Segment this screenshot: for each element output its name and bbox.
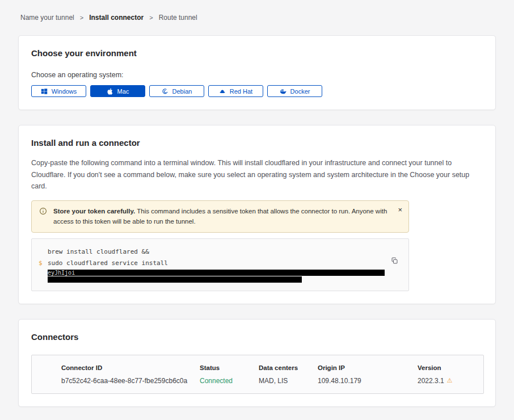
token-prefix: eyJhIjoi [48,270,75,276]
page: Name your tunnel > Install connector > R… [0,0,514,420]
breadcrumb-step-name-your-tunnel[interactable]: Name your tunnel [20,14,74,22]
cell-connector-id: b7c52c42-6caa-48ee-8c77-fbe259cb6c0a [61,377,200,385]
copy-icon[interactable] [391,257,398,264]
choose-environment-card: Choose your environment Choose an operat… [18,35,496,110]
environment-card-title: Choose your environment [31,48,483,58]
info-icon [39,207,47,215]
os-button-row: Windows Mac Debian Red Hat [31,85,483,97]
status-badge: Connected [200,377,259,385]
version-value: 2022.3.1 [418,377,444,385]
header-connector-id: Connector ID [61,364,200,371]
os-button-label: Red Hat [230,88,252,95]
os-button-label: Windows [52,88,77,95]
install-connector-card: Install and run a connector Copy-paste t… [18,125,496,304]
debian-icon [162,88,168,95]
shell-prompt: $ [39,258,43,269]
warning-bold-text: Store your token carefully. [53,208,135,215]
install-card-description: Copy-paste the following command into a … [31,157,483,192]
breadcrumb-separator: > [149,14,153,21]
version-warning-icon: ⚠ [447,377,453,384]
os-button-label: Debian [172,88,192,95]
install-command-codeblock: $ brew install cloudflared && sudo cloud… [31,238,409,291]
redacted-token-line-1: eyJhIjoi [48,270,385,276]
connectors-table: Connector ID Status Data centers Origin … [31,355,484,394]
os-button-label: Mac [117,88,129,95]
connectors-card: Connectors Connector ID Status Data cent… [18,319,496,407]
header-data-centers: Data centers [259,364,318,371]
os-button-redhat[interactable]: Red Hat [208,85,263,97]
cell-data-centers: MAD, LIS [259,377,318,385]
windows-icon [41,88,48,95]
header-origin-ip: Origin IP [318,364,418,371]
cell-origin-ip: 109.48.10.179 [318,377,418,385]
header-status: Status [200,364,259,371]
redacted-token-line-2 [48,276,302,283]
cell-version: 2022.3.1 ⚠ [418,377,483,385]
connectors-card-title: Connectors [31,332,483,342]
breadcrumb-separator: > [80,14,83,21]
header-version: Version [418,364,483,371]
table-row: b7c52c42-6caa-48ee-8c77-fbe259cb6c0a Con… [61,377,483,385]
docker-icon [280,88,287,95]
os-button-mac[interactable]: Mac [90,85,145,97]
redhat-icon [219,88,226,95]
code-line-brew: brew install cloudflared && [48,246,386,258]
breadcrumb: Name your tunnel > Install connector > R… [20,14,496,22]
token-warning-banner: Store your token carefully. This command… [31,200,409,233]
os-button-docker[interactable]: Docker [267,85,322,97]
close-icon[interactable]: × [398,206,402,213]
install-card-title: Install and run a connector [31,138,483,148]
os-select-label: Choose an operating system: [31,71,483,79]
connectors-table-header: Connector ID Status Data centers Origin … [61,364,483,371]
os-button-debian[interactable]: Debian [149,85,204,97]
breadcrumb-step-install-connector[interactable]: Install connector [89,14,144,22]
os-button-label: Docker [290,88,310,95]
os-button-windows[interactable]: Windows [31,85,86,97]
breadcrumb-step-route-tunnel[interactable]: Route tunnel [159,14,197,22]
apple-icon [107,88,113,95]
code-line-service-install: sudo cloudflared service install [48,258,386,269]
